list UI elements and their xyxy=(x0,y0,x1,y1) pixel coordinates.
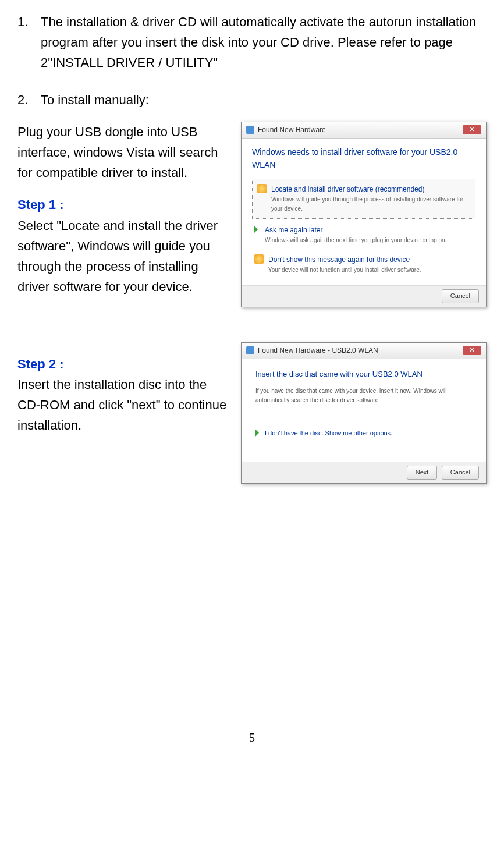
instruction-heading: Insert the disc that came with your USB2… xyxy=(255,368,472,381)
instruction-text: If you have the disc that came with your… xyxy=(255,387,472,405)
list-text: To install manually: xyxy=(41,90,487,110)
shield-icon xyxy=(257,184,267,193)
close-button[interactable]: ✕ xyxy=(463,346,481,355)
close-button[interactable]: ✕ xyxy=(463,125,481,134)
dialog-title: Found New Hardware xyxy=(258,125,463,136)
option-title: Ask me again later xyxy=(265,225,473,236)
option-desc: Windows will ask again the next time you… xyxy=(265,236,473,245)
option-desc: Windows will guide you through the proce… xyxy=(271,195,470,214)
hardware-icon xyxy=(246,126,254,134)
list-number: 1. xyxy=(17,12,41,73)
list-number: 2. xyxy=(17,90,41,110)
list-item-1: 1. The installation & driver CD will aut… xyxy=(17,12,487,73)
option-ask-later[interactable]: Ask me again later Windows will ask agai… xyxy=(252,221,475,249)
dialog-heading: Windows needs to install driver software… xyxy=(252,146,475,172)
cancel-button[interactable]: Cancel xyxy=(442,466,479,480)
page-number: 5 xyxy=(17,728,487,747)
option-dont-show[interactable]: Don't show this message again for this d… xyxy=(252,251,475,278)
cancel-button[interactable]: Cancel xyxy=(442,289,479,303)
step2-text: Insert the installation disc into the CD… xyxy=(17,374,229,436)
option-title: Locate and install driver software (reco… xyxy=(271,184,470,195)
list-item-2: 2. To install manually: xyxy=(17,90,487,110)
option-title: Don't show this message again for this d… xyxy=(268,254,473,265)
next-button[interactable]: Next xyxy=(407,466,438,480)
hardware-icon xyxy=(246,346,254,354)
arrow-icon xyxy=(255,430,261,437)
found-new-hardware-dialog: Found New Hardware ✕ Windows needs to in… xyxy=(241,122,487,307)
arrow-icon xyxy=(254,226,260,233)
no-disc-link[interactable]: I don't have the disc. Show me other opt… xyxy=(265,428,392,439)
step1-label: Step 1 : xyxy=(17,194,229,215)
step1-text: Select "Locate and install the driver so… xyxy=(17,215,229,297)
insert-disc-dialog: Found New Hardware - USB2.0 WLAN ✕ Inser… xyxy=(241,342,487,484)
option-locate-install[interactable]: Locate and install driver software (reco… xyxy=(252,179,475,219)
shield-icon xyxy=(254,254,264,264)
list-text: The installation & driver CD will automa… xyxy=(41,12,487,73)
step2-label: Step 2 : xyxy=(17,354,229,374)
option-desc: Your device will not function until you … xyxy=(268,265,473,275)
dialog-titlebar: Found New Hardware - USB2.0 WLAN ✕ xyxy=(242,343,486,359)
intro-paragraph: Plug your USB dongle into USB interface,… xyxy=(17,122,229,183)
dialog-title: Found New Hardware - USB2.0 WLAN xyxy=(258,345,463,356)
dialog-titlebar: Found New Hardware ✕ xyxy=(242,122,486,139)
